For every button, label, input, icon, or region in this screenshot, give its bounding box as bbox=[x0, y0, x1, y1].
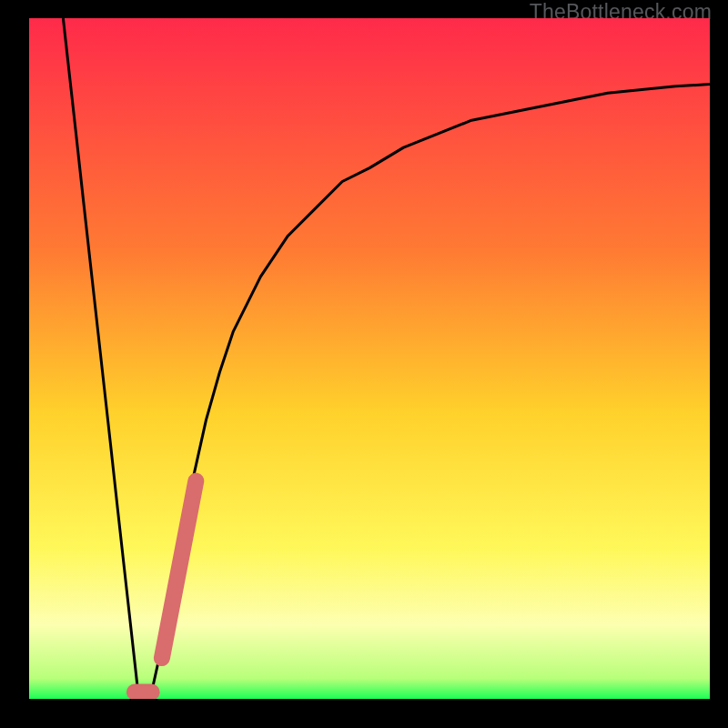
plot-area bbox=[29, 18, 710, 699]
gradient-background bbox=[29, 18, 710, 699]
chart-svg bbox=[29, 18, 710, 699]
chart-frame: TheBottleneck.com bbox=[0, 0, 728, 728]
